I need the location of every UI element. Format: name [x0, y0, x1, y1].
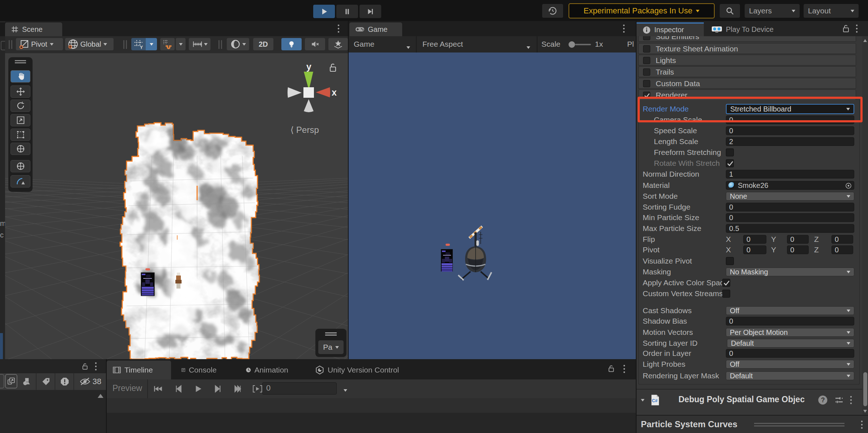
svg-text:?: ? [821, 396, 825, 404]
svg-text:x: x [332, 87, 337, 97]
svg-text:C#: C# [652, 398, 658, 403]
svg-text:y: y [306, 62, 311, 72]
svg-text:Y: Y [140, 45, 143, 50]
